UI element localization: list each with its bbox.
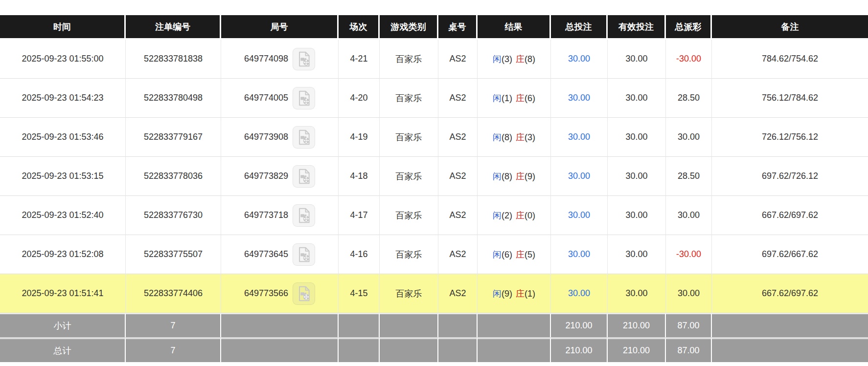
cell-time: 2025-09-23 01:52:08 xyxy=(0,235,126,274)
cell-note: 697.62/726.12 xyxy=(712,157,868,196)
cell-payout: 28.50 xyxy=(666,157,712,196)
grand-total-empty-game xyxy=(380,337,438,362)
video-file-icon xyxy=(296,286,312,301)
grand-total-label: 总计 xyxy=(0,337,126,362)
cell-round-id: 649773718 xyxy=(221,196,339,235)
col-header-round-id: 局号 xyxy=(221,15,339,40)
video-replay-button[interactable] xyxy=(293,87,315,109)
bet-records-table: 时间 注单编号 局号 场次 游戏类别 桌号 结果 总投注 有效投注 总派彩 备注… xyxy=(0,15,868,362)
cell-payout: 30.00 xyxy=(666,196,712,235)
subtotal-row: 小计 7 210.00 210.00 87.00 xyxy=(0,313,868,337)
grand-total-total-bet: 210.00 xyxy=(551,337,608,362)
result-player-label: 闲 xyxy=(493,250,502,259)
video-replay-button[interactable] xyxy=(293,204,315,227)
table-row: 2025-09-23 01:53:46 522833779167 6497739… xyxy=(0,118,868,157)
cell-valid-bet: 30.00 xyxy=(608,157,666,196)
cell-order-id: 522833778036 xyxy=(126,157,221,196)
cell-result: 闲(6)庄(5) xyxy=(478,235,551,274)
video-replay-button[interactable] xyxy=(293,165,315,188)
col-header-game-type: 游戏类别 xyxy=(380,15,438,40)
cell-total-bet: 30.00 xyxy=(551,235,608,274)
result-banker-value: (9) xyxy=(525,172,535,181)
round-id-text: 649773645 xyxy=(244,249,288,259)
result-banker-value: (8) xyxy=(525,54,535,64)
col-header-table-no: 桌号 xyxy=(438,15,478,40)
cell-order-id: 522833779167 xyxy=(126,118,221,157)
result-banker-label: 庄 xyxy=(516,250,525,259)
cell-session: 4-21 xyxy=(339,40,380,79)
grand-total-empty-note xyxy=(712,337,868,362)
result-banker-value: (1) xyxy=(525,289,535,299)
cell-session: 4-20 xyxy=(339,79,380,118)
result-player-label: 闲 xyxy=(493,172,502,181)
table-body: 2025-09-23 01:55:00 522833781838 6497740… xyxy=(0,40,868,313)
video-replay-button[interactable] xyxy=(293,48,315,70)
grand-total-payout: 87.00 xyxy=(666,337,712,362)
cell-valid-bet: 30.00 xyxy=(608,40,666,79)
result-player-value: (9) xyxy=(502,289,512,299)
result-player-value: (6) xyxy=(502,250,512,259)
col-header-time: 时间 xyxy=(0,15,126,40)
cell-result: 闲(9)庄(1) xyxy=(478,274,551,313)
subtotal-valid-bet: 210.00 xyxy=(608,313,666,337)
result-banker-value: (6) xyxy=(525,93,535,103)
cell-round-id: 649774098 xyxy=(221,40,339,79)
subtotal-label: 小计 xyxy=(0,313,126,337)
cell-total-bet: 30.00 xyxy=(551,118,608,157)
video-replay-button[interactable] xyxy=(293,243,315,266)
cell-order-id: 522833775507 xyxy=(126,235,221,274)
subtotal-count: 7 xyxy=(126,313,221,337)
video-file-icon xyxy=(296,129,312,145)
result-banker-value: (5) xyxy=(525,250,535,259)
cell-session: 4-18 xyxy=(339,157,380,196)
subtotal-empty-result xyxy=(478,313,551,337)
round-id-text: 649773718 xyxy=(244,210,288,220)
cell-order-id: 522833780498 xyxy=(126,79,221,118)
col-header-total-bet: 总投注 xyxy=(551,15,608,40)
video-file-icon xyxy=(296,51,312,67)
cell-valid-bet: 30.00 xyxy=(608,274,666,313)
cell-total-bet: 30.00 xyxy=(551,274,608,313)
cell-payout: 28.50 xyxy=(666,79,712,118)
cell-valid-bet: 30.00 xyxy=(608,196,666,235)
video-file-icon xyxy=(296,169,312,184)
cell-time: 2025-09-23 01:55:00 xyxy=(0,40,126,79)
cell-session: 4-17 xyxy=(339,196,380,235)
video-replay-button[interactable] xyxy=(293,282,315,305)
table-row: 2025-09-23 01:52:40 522833776730 6497737… xyxy=(0,196,868,235)
cell-time: 2025-09-23 01:54:23 xyxy=(0,79,126,118)
result-banker-label: 庄 xyxy=(516,172,525,181)
col-header-order-id: 注单编号 xyxy=(126,15,221,40)
cell-order-id: 522833774406 xyxy=(126,274,221,313)
cell-table-no: AS2 xyxy=(438,235,478,274)
result-player-label: 闲 xyxy=(493,132,502,142)
result-player-value: (1) xyxy=(502,93,512,103)
result-player-label: 闲 xyxy=(493,211,502,220)
cell-result: 闲(1)庄(6) xyxy=(478,79,551,118)
cell-result: 闲(8)庄(9) xyxy=(478,157,551,196)
video-replay-button[interactable] xyxy=(293,126,315,149)
result-banker-value: (3) xyxy=(525,132,535,142)
cell-note: 697.62/667.62 xyxy=(712,235,868,274)
cell-game-type: 百家乐 xyxy=(380,79,438,118)
round-id-text: 649773566 xyxy=(244,288,288,299)
result-player-value: (8) xyxy=(502,172,512,181)
cell-time: 2025-09-23 01:53:46 xyxy=(0,118,126,157)
cell-table-no: AS2 xyxy=(438,40,478,79)
subtotal-empty-session xyxy=(339,313,380,337)
grand-total-empty-result xyxy=(478,337,551,362)
cell-total-bet: 30.00 xyxy=(551,157,608,196)
result-banker-label: 庄 xyxy=(516,54,525,64)
round-id-text: 649774098 xyxy=(244,54,288,64)
result-player-label: 闲 xyxy=(493,93,502,103)
cell-note: 667.62/697.62 xyxy=(712,196,868,235)
bet-records-panel: 时间 注单编号 局号 场次 游戏类别 桌号 结果 总投注 有效投注 总派彩 备注… xyxy=(0,0,868,362)
cell-game-type: 百家乐 xyxy=(380,118,438,157)
subtotal-payout: 87.00 xyxy=(666,313,712,337)
cell-order-id: 522833776730 xyxy=(126,196,221,235)
video-file-icon xyxy=(296,247,312,262)
cell-time: 2025-09-23 01:53:15 xyxy=(0,157,126,196)
cell-payout: -30.00 xyxy=(666,40,712,79)
cell-round-id: 649773566 xyxy=(221,274,339,313)
round-id-text: 649773908 xyxy=(244,132,288,142)
